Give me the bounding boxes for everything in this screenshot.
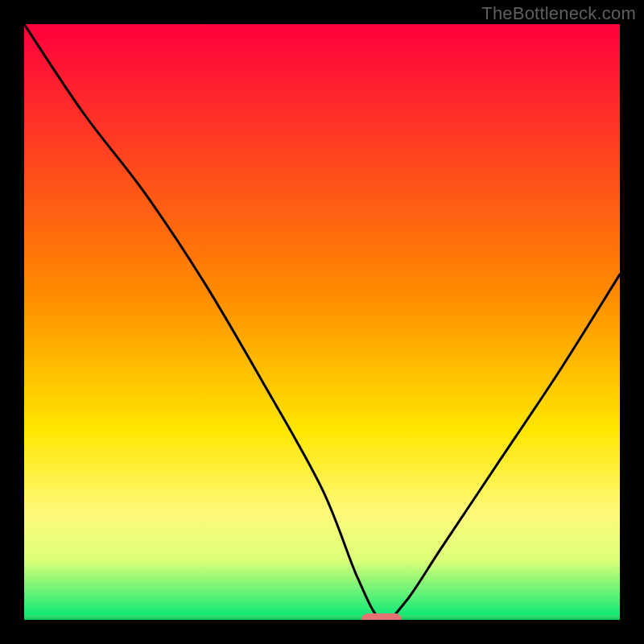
watermark-text: TheBottleneck.com bbox=[481, 3, 636, 24]
curve-path bbox=[24, 24, 620, 620]
optimal-marker bbox=[361, 613, 402, 620]
plot-area bbox=[24, 24, 620, 620]
chart-frame: TheBottleneck.com bbox=[0, 0, 644, 644]
bottleneck-curve bbox=[24, 24, 620, 620]
